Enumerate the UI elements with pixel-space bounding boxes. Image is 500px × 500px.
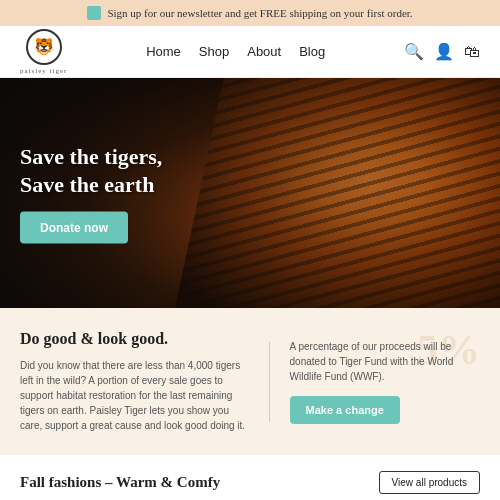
view-all-button[interactable]: View all products — [379, 471, 480, 494]
fall-section: Fall fashions – Warm & Comfy View all pr… — [0, 455, 500, 500]
hero-content: Save the tigers, Save the earth Donate n… — [20, 143, 162, 244]
header: 🐯 paisley tiger Home Shop About Blog 🔍 👤… — [0, 26, 500, 78]
announcement-text: Sign up for our newsletter and get FREE … — [107, 7, 412, 19]
nav-shop[interactable]: Shop — [199, 44, 229, 59]
info-divider — [269, 342, 270, 422]
logo[interactable]: 🐯 paisley tiger — [20, 29, 67, 75]
nav-home[interactable]: Home — [146, 44, 181, 59]
announcement-bar: Sign up for our newsletter and get FREE … — [0, 0, 500, 26]
donate-button[interactable]: Donate now — [20, 212, 128, 244]
hero-title: Save the tigers, Save the earth — [20, 143, 162, 198]
hero-section: Save the tigers, Save the earth Donate n… — [0, 78, 500, 308]
account-icon[interactable]: 👤 — [434, 42, 454, 61]
email-icon — [87, 6, 101, 20]
info-heading: Do good & look good. — [20, 330, 249, 348]
nav-blog[interactable]: Blog — [299, 44, 325, 59]
main-nav: Home Shop About Blog — [146, 44, 325, 59]
make-change-button[interactable]: Make a change — [290, 396, 400, 424]
info-right-text: A percentage of our proceeds will be don… — [290, 339, 480, 384]
header-icons: 🔍 👤 🛍 — [404, 42, 480, 61]
info-body: Did you know that there are less than 4,… — [20, 358, 249, 433]
logo-mark: 🐯 — [26, 29, 62, 65]
logo-text: paisley tiger — [20, 67, 67, 75]
fall-header: Fall fashions – Warm & Comfy View all pr… — [20, 471, 480, 494]
info-section: Do good & look good. Did you know that t… — [0, 308, 500, 455]
search-icon[interactable]: 🔍 — [404, 42, 424, 61]
fall-title: Fall fashions – Warm & Comfy — [20, 474, 220, 491]
info-left: Do good & look good. Did you know that t… — [20, 330, 249, 433]
cart-icon[interactable]: 🛍 — [464, 43, 480, 61]
info-right: 5% A percentage of our proceeds will be … — [290, 339, 480, 424]
nav-about[interactable]: About — [247, 44, 281, 59]
